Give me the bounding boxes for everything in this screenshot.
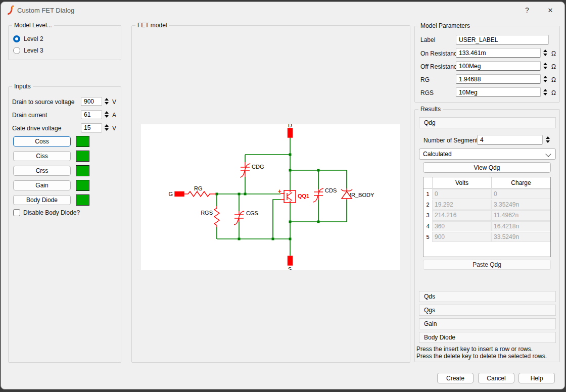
spin-up-button[interactable] — [543, 50, 547, 52]
rg-label: RG — [194, 185, 203, 191]
rgs-input[interactable]: 10Meg — [456, 87, 541, 97]
g-terminal-pad — [175, 192, 184, 197]
table-row[interactable]: 5 900 33.5249n — [423, 232, 550, 242]
drain-source-voltage-input[interactable]: 900 — [81, 97, 102, 106]
qq1-device — [280, 190, 296, 203]
volts-cell[interactable]: 214.216 — [432, 210, 491, 220]
qq1-label: QQ1 — [298, 193, 309, 199]
schematic-canvas: D G S RG RGS CGS CDG CDS !R_BODY QQ1 + — [141, 124, 400, 270]
cgs-label: CGS — [246, 210, 258, 216]
d-terminal-pad — [288, 128, 293, 137]
rgs-label: RGS — [201, 210, 213, 216]
charge-cell[interactable]: 0 — [491, 189, 550, 199]
volts-column-header[interactable]: Volts — [432, 177, 491, 188]
segments-spinner[interactable] — [544, 135, 551, 144]
cancel-button[interactable]: Cancel — [478, 373, 514, 383]
rg-resistor — [184, 191, 216, 197]
s-label: S — [288, 266, 292, 270]
d-label: D — [288, 124, 292, 128]
rg-spinner[interactable] — [541, 74, 549, 84]
chevron-down-icon — [545, 151, 551, 157]
gate-drive-voltage-input[interactable]: 15 — [81, 123, 102, 132]
schematic-labels: D G S RG RGS CGS CDG CDS !R_BODY QQ1 + — [168, 124, 374, 270]
charge-cell[interactable]: 3.35249n — [491, 200, 550, 210]
rg-input[interactable]: 1.94688 — [456, 74, 541, 84]
drain-current-spinner[interactable] — [103, 110, 110, 119]
spin-down-button[interactable] — [543, 54, 547, 56]
app-logo-icon — [7, 6, 15, 15]
paste-qdg-button[interactable]: Paste Qdg — [423, 260, 551, 270]
table-row[interactable]: 1 0 0 — [423, 188, 550, 199]
body-diode-button[interactable]: Body Diode — [13, 195, 71, 205]
spin-up-button[interactable] — [105, 124, 109, 127]
segments-label: Number of Segments — [423, 137, 481, 144]
on-resistance-spinner[interactable] — [541, 48, 549, 58]
rgs-spinner[interactable] — [541, 87, 549, 97]
spin-up-button[interactable] — [105, 98, 109, 101]
disable-body-diode-checkbox[interactable]: Disable Body Diode? — [13, 209, 80, 216]
spin-up-button[interactable] — [105, 111, 109, 114]
table-row[interactable]: 2 19.292 3.35249n — [423, 199, 550, 210]
spin-down-button[interactable] — [543, 67, 547, 69]
label-field-label: Label — [420, 36, 435, 43]
gate-drive-voltage-spinner[interactable] — [103, 123, 110, 132]
segments-input[interactable]: 4 — [477, 135, 543, 144]
spin-down-button[interactable] — [105, 128, 109, 131]
checkbox-icon — [13, 209, 20, 216]
create-button[interactable]: Create — [437, 373, 474, 383]
qds-section-header[interactable]: Qds — [419, 291, 556, 302]
spin-down-button[interactable] — [543, 93, 547, 95]
spin-up-button[interactable] — [543, 76, 547, 78]
gain-section-header[interactable]: Gain — [419, 318, 556, 329]
volts-cell[interactable]: 360 — [432, 221, 491, 231]
rgs-unit: Ω — [551, 89, 556, 96]
off-resistance-spinner[interactable] — [541, 61, 549, 71]
drain-source-voltage-unit: V — [112, 99, 116, 106]
help-titlebar-button[interactable]: ? — [516, 2, 538, 18]
charge-cell[interactable]: 11.4962n — [491, 210, 550, 220]
spin-up-button[interactable] — [546, 136, 550, 139]
model-level-title: Model Level... — [12, 22, 54, 29]
off-resistance-unit: Ω — [551, 63, 556, 70]
components — [175, 128, 352, 265]
qdg-table[interactable]: Volts Charge 1 0 0 2 19.292 3.35249n 3 2… — [423, 177, 551, 257]
view-qdg-button[interactable]: View Qdg — [423, 162, 551, 173]
qdg-section-header[interactable]: Qdg — [419, 117, 556, 128]
spin-up-button[interactable] — [543, 89, 547, 91]
spin-down-button[interactable] — [543, 80, 547, 82]
spin-up-button[interactable] — [543, 63, 547, 65]
charge-column-header[interactable]: Charge — [491, 177, 550, 188]
on-resistance-label: On Resistance — [420, 50, 460, 57]
radio-level-2[interactable]: Level 2 — [13, 35, 43, 42]
off-resistance-input[interactable]: 100Meg — [456, 61, 541, 71]
drain-current-input[interactable]: 61 — [81, 110, 102, 119]
on-resistance-input[interactable]: 133.461m — [456, 48, 541, 58]
spin-down-button[interactable] — [546, 140, 550, 143]
radio-level-3[interactable]: Level 3 — [13, 47, 43, 54]
ciss-button[interactable]: Ciss — [13, 151, 71, 161]
charge-cell[interactable]: 16.4218n — [491, 221, 550, 231]
help-button[interactable]: Help — [518, 373, 555, 383]
table-row[interactable]: 4 360 16.4218n — [423, 221, 550, 231]
charge-cell[interactable]: 33.5249n — [491, 232, 550, 242]
spin-down-button[interactable] — [105, 115, 109, 118]
label-input[interactable]: USER_LABEL — [456, 35, 549, 44]
crss-button[interactable]: Crss — [13, 166, 71, 176]
volts-cell[interactable]: 0 — [432, 189, 491, 199]
qgs-section-header[interactable]: Qgs — [419, 305, 556, 316]
table-row[interactable]: 3 214.216 11.4962n — [423, 210, 550, 221]
gain-button[interactable]: Gain — [13, 180, 71, 190]
body-diode-section-header[interactable]: Body Diode — [419, 332, 556, 343]
spin-down-button[interactable] — [105, 102, 109, 105]
cdg-capacitor — [240, 162, 250, 177]
mode-dropdown[interactable]: Calculated — [419, 149, 556, 160]
volts-cell[interactable]: 900 — [432, 232, 491, 242]
close-icon[interactable]: ✕ — [539, 2, 561, 18]
table-header-row: Volts Charge — [423, 177, 550, 188]
coss-button[interactable]: Coss — [13, 136, 71, 146]
drain-current-unit: A — [112, 112, 116, 119]
drain-source-voltage-spinner[interactable] — [103, 96, 110, 106]
volts-cell[interactable]: 19.292 — [432, 200, 491, 210]
gain-status-indicator — [76, 180, 89, 191]
g-label: G — [168, 191, 173, 197]
